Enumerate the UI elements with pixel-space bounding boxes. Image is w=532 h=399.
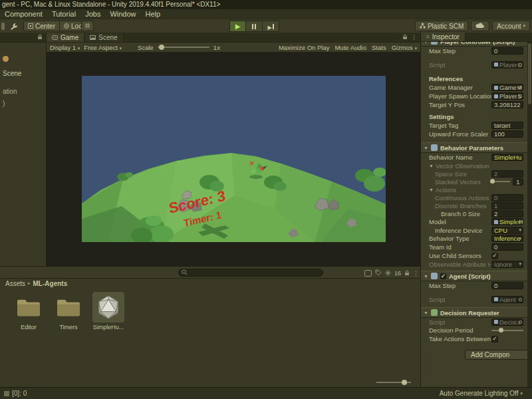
menu-item-window[interactable]: Window (105, 9, 140, 19)
maximize-on-play-toggle[interactable]: Maximize On Play (279, 44, 330, 51)
search-by-type-icon[interactable] (364, 270, 372, 277)
object-picker-icon[interactable] (517, 319, 523, 325)
search-by-label-icon[interactable] (375, 269, 382, 277)
pause-button[interactable] (246, 21, 263, 32)
kebab-menu-icon[interactable]: ⋮ (413, 270, 419, 277)
gizmos-dropdown[interactable]: Gizmos ▾ (392, 44, 417, 51)
object-reference-field[interactable]: Agent (491, 296, 523, 303)
scrollbar-thumb[interactable] (528, 43, 531, 104)
hidden-packages-icon[interactable] (385, 269, 391, 277)
object-picker-icon[interactable] (517, 297, 523, 303)
object-reference-field[interactable]: PlayerC (491, 61, 523, 68)
game-render-area[interactable]: Score: 3 Timer: 1 (82, 76, 386, 242)
object-reference-field[interactable]: GameM (491, 84, 523, 91)
property-value-field[interactable]: 100 (491, 130, 523, 138)
tab-game[interactable]: Game (47, 33, 84, 42)
property-slider[interactable] (491, 330, 523, 331)
property-row-behavior-type: Behavior TypeInference▾ (421, 234, 527, 243)
property-dropdown[interactable]: Inference▾ (491, 235, 523, 242)
property-value-field[interactable]: SimpleHu (491, 154, 523, 161)
component-header-decision-requester[interactable]: ▼Decision Requester (421, 307, 527, 318)
object-picker-icon[interactable] (517, 219, 523, 225)
property-value-field[interactable]: 3.208122 (491, 101, 523, 108)
menu-item-jobs[interactable]: Jobs (80, 9, 105, 19)
pivot-center-button[interactable]: Center (23, 21, 60, 31)
property-value-field[interactable]: 0 (491, 47, 523, 55)
account-button[interactable]: Account ▾ (492, 21, 530, 31)
component-header-player-controller-script[interactable]: ▼Player Controller (Script) (421, 42, 527, 47)
aspect-dropdown[interactable]: Free Aspect ▾ (84, 44, 122, 51)
project-item-timers[interactable]: Timers (51, 292, 86, 331)
menu-item-component[interactable]: Component (0, 9, 47, 19)
scale-slider[interactable] (158, 47, 209, 48)
breadcrumb-root[interactable]: Assets (5, 280, 25, 287)
display-dropdown[interactable]: Display 1 ▾ (50, 44, 80, 51)
foldout-actions[interactable]: ▼Actions (421, 186, 527, 194)
inspector-scrollbar[interactable] (527, 42, 532, 387)
thumbnail-size-slider[interactable] (376, 382, 411, 383)
property-checkbox[interactable]: ✓ (491, 253, 498, 259)
slider-thumb[interactable] (490, 179, 495, 184)
property-value-field[interactable]: target (491, 122, 523, 129)
grid-snap-button[interactable] (81, 21, 94, 31)
kebab-menu-icon[interactable]: ⋮ (411, 34, 417, 41)
property-dropdown[interactable]: CPU▾ (491, 227, 523, 234)
hierarchy-row[interactable]: ation (3, 88, 17, 95)
object-picker-icon[interactable] (517, 62, 523, 68)
foldout-icon: ▼ (424, 274, 428, 279)
console-status-text[interactable]: [0]: 0 (12, 390, 27, 397)
mute-audio-toggle[interactable]: Mute Audio (334, 44, 366, 51)
menu-item-tutorial[interactable]: Tutorial (47, 9, 80, 19)
property-checkbox[interactable]: ✓ (491, 336, 498, 342)
search-input[interactable] (178, 269, 323, 277)
project-item-simplehu[interactable]: SimpleHu... (90, 292, 126, 331)
menu-item-help[interactable]: Help (141, 9, 166, 19)
property-value-field[interactable]: 1 (491, 202, 523, 209)
component-header-behavior-parameters[interactable]: ▼Behavior Parameters (421, 142, 527, 153)
slider-value[interactable]: 1 (513, 178, 523, 186)
component-header-agent-script[interactable]: ▼✓Agent (Script) (421, 271, 527, 281)
chevron-down-icon: ▾ (520, 391, 523, 396)
slider-thumb[interactable] (499, 328, 503, 332)
play-button[interactable]: ▶ (229, 21, 246, 32)
lock-icon[interactable] (404, 269, 410, 277)
foldout-vector-observation[interactable]: ▼Vector Observation (421, 162, 527, 170)
object-reference-field[interactable]: Decisio (491, 319, 523, 326)
property-value-field[interactable]: 0 (491, 194, 523, 201)
object-picker-icon[interactable] (517, 84, 523, 90)
property-value: 0 (494, 243, 497, 251)
tab-inspector[interactable]: ≡ Inspector (421, 33, 466, 41)
stats-toggle[interactable]: Stats (372, 44, 386, 51)
component-header-label: Decision Requester (440, 309, 499, 317)
property-value: 2 (494, 210, 497, 217)
breadcrumb-current[interactable]: ML-Agents (33, 280, 68, 287)
hierarchy-row[interactable]: Scene (3, 70, 21, 77)
lock-icon[interactable] (402, 33, 408, 41)
hierarchy-item-icon[interactable] (3, 56, 9, 62)
step-button[interactable]: ▶ (263, 21, 279, 32)
plastic-scm-button[interactable]: Plastic SCM (415, 21, 468, 31)
lock-icon[interactable] (37, 33, 43, 41)
property-value-field[interactable]: 0 (491, 243, 523, 251)
tab-scene[interactable]: Scene (84, 33, 123, 42)
custom-tool-wrench-icon[interactable] (7, 21, 19, 31)
object-reference-field[interactable]: SimpleH (491, 218, 523, 225)
hierarchy-row[interactable]: ) (3, 100, 5, 107)
breadcrumb-separator-icon: ▸ (28, 281, 31, 286)
property-value-field[interactable]: 0 (491, 282, 523, 289)
property-value-field[interactable]: 2 (491, 170, 523, 178)
console-status-icon (4, 391, 9, 396)
window-title: gent - PC, Mac & Linux Standalone - Unit… (0, 0, 532, 9)
move-tool-icon[interactable] (0, 21, 5, 33)
add-component-button[interactable]: Add Compon (465, 350, 527, 360)
enabled-checkbox[interactable]: ✓ (440, 273, 446, 279)
object-reference-field[interactable]: PlayerS (491, 92, 523, 100)
cloud-button[interactable] (471, 21, 489, 31)
object-picker-icon[interactable] (517, 93, 523, 99)
property-value-field[interactable]: 2 (491, 210, 523, 217)
property-dropdown[interactable]: Ignore▾ (491, 261, 523, 268)
property-slider[interactable]: 1 (491, 178, 523, 186)
auto-generate-lighting-button[interactable]: Auto Generate Lighting Off ▾ (440, 390, 523, 397)
object-type-icon (494, 297, 498, 301)
project-item-editor[interactable]: Editor (11, 292, 47, 331)
